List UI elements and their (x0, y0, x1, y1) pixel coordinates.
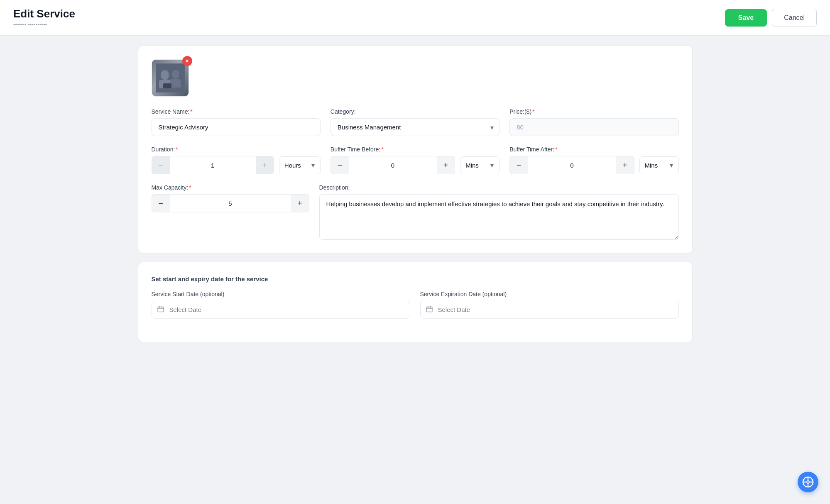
image-upload-container: × (152, 59, 189, 97)
buffer-after-decrement-button[interactable]: − (509, 156, 528, 174)
header-actions: Save Cancel (725, 9, 817, 27)
form-row-1: Service Name:* Category: Business Manage… (152, 108, 679, 136)
svg-point-9 (807, 481, 809, 483)
price-group: Price:($)* (509, 108, 678, 136)
cancel-button[interactable]: Cancel (772, 9, 817, 27)
buffer-after-unit-wrapper: Mins Hours ▾ (639, 156, 679, 174)
max-capacity-required: * (189, 184, 191, 191)
form-row-2: Duration:* − 1 + Hours Mins ▾ (152, 146, 679, 174)
price-required-star: * (532, 108, 534, 115)
start-date-input[interactable] (152, 301, 410, 319)
duration-stepper-row: − 1 + Hours Mins ▾ (152, 156, 321, 174)
category-label: Category: (331, 108, 499, 115)
duration-unit-select[interactable]: Hours Mins (279, 156, 321, 174)
service-name-input[interactable] (152, 118, 321, 136)
date-card: Set start and expiry date for the servic… (138, 262, 693, 342)
start-date-group: Service Start Date (optional) (152, 291, 410, 319)
duration-unit-wrapper: Hours Mins ▾ (279, 156, 321, 174)
buffer-after-group: Buffer Time After:* − 0 + Mins Hours ▾ (509, 146, 678, 174)
duration-label: Duration:* (152, 146, 321, 153)
service-name-group: Service Name:* (152, 108, 321, 136)
buffer-before-stepper-row: − 0 + Mins Hours ▾ (331, 156, 499, 174)
image-preview-inner (152, 60, 189, 96)
capacity-increment-button[interactable]: + (291, 194, 309, 212)
category-select-wrapper: Business Management Technology Finance M… (331, 118, 499, 136)
buffer-before-increment-button[interactable]: + (437, 156, 455, 174)
expiry-date-label: Service Expiration Date (optional) (420, 291, 679, 297)
description-group: Description: Helping businesses develop … (319, 184, 679, 240)
buffer-after-increment-button[interactable]: + (616, 156, 634, 174)
start-date-label: Service Start Date (optional) (152, 291, 410, 297)
max-capacity-label: Max Capacity:* (152, 184, 309, 191)
buffer-after-required: * (555, 146, 557, 153)
price-label: Price:($)* (509, 108, 678, 115)
buffer-after-unit-select[interactable]: Mins Hours (639, 156, 679, 174)
date-section-title: Set start and expiry date for the servic… (152, 275, 679, 282)
description-textarea[interactable]: Helping businesses develop and implement… (319, 194, 679, 240)
buffer-before-group: Buffer Time Before:* − 0 + Mins Hours ▾ (331, 146, 499, 174)
duration-decrement-button[interactable]: − (152, 156, 170, 174)
svg-rect-5 (163, 83, 171, 88)
description-column: Description: Helping businesses develop … (319, 184, 679, 240)
buffer-before-unit-wrapper: Mins Hours ▾ (460, 156, 499, 174)
capacity-stepper: − 5 + (152, 194, 309, 212)
duration-increment-button[interactable]: + (256, 156, 274, 174)
duration-value: 1 (170, 156, 256, 174)
buffer-before-label: Buffer Time Before:* (331, 146, 499, 153)
help-icon (802, 476, 814, 488)
buffer-after-value: 0 (528, 156, 616, 174)
buffer-before-value: 0 (349, 156, 437, 174)
description-label: Description: (319, 184, 679, 191)
main-content: × Service Name:* Category: Business Mana… (125, 36, 706, 360)
service-details-card: × Service Name:* Category: Business Mana… (138, 46, 693, 253)
max-capacity-group: Max Capacity:* − 5 + (152, 184, 309, 212)
image-preview (152, 59, 189, 97)
buffer-before-required: * (381, 146, 383, 153)
expiry-date-input[interactable] (420, 301, 679, 319)
header-left: Edit Service ••••••• •••••••••• (13, 7, 75, 28)
buffer-before-decrement-button[interactable]: − (331, 156, 349, 174)
category-select[interactable]: Business Management Technology Finance M… (331, 118, 499, 136)
help-button[interactable] (798, 472, 818, 492)
save-button[interactable]: Save (725, 9, 767, 27)
svg-point-2 (172, 70, 179, 79)
form-row-3: Max Capacity:* − 5 + Description: Helpin… (152, 184, 679, 240)
buffer-after-label: Buffer Time After:* (509, 146, 678, 153)
category-group: Category: Business Management Technology… (331, 108, 499, 136)
preview-image (156, 63, 185, 93)
expiry-date-wrapper (420, 301, 679, 319)
svg-point-1 (161, 70, 169, 80)
duration-required-star: * (176, 146, 178, 153)
capacity-decrement-button[interactable]: − (152, 194, 170, 212)
page-title: Edit Service (13, 7, 75, 20)
close-icon: × (185, 58, 189, 64)
required-star: * (190, 108, 192, 115)
duration-group: Duration:* − 1 + Hours Mins ▾ (152, 146, 321, 174)
page-header: Edit Service ••••••• •••••••••• Save Can… (0, 0, 830, 36)
expiry-date-group: Service Expiration Date (optional) (420, 291, 679, 319)
capacity-column: Max Capacity:* − 5 + (152, 184, 309, 212)
buffer-after-stepper-row: − 0 + Mins Hours ▾ (509, 156, 678, 174)
service-name-label: Service Name:* (152, 108, 321, 115)
remove-image-button[interactable]: × (182, 56, 192, 66)
capacity-value: 5 (170, 194, 291, 212)
date-form-row: Service Start Date (optional) Service Ex… (152, 291, 679, 319)
buffer-before-unit-select[interactable]: Mins Hours (460, 156, 499, 174)
price-input[interactable] (509, 118, 678, 136)
start-date-wrapper (152, 301, 410, 319)
page-subtitle: ••••••• •••••••••• (13, 22, 75, 28)
